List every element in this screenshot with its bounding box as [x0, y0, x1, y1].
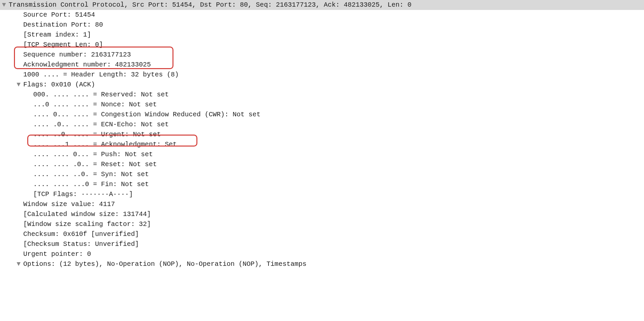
flag-ack[interactable]: .... ...1 .... = Acknowledgment: Set	[0, 140, 644, 150]
field-dest-port[interactable]: Destination Port: 80	[0, 20, 644, 30]
field-checksum[interactable]: Checksum: 0x610f [unverified]	[0, 229, 644, 239]
protocol-tree[interactable]: ▼ Transmission Control Protocol, Src Por…	[0, 0, 644, 269]
expand-icon[interactable]: ▼	[16, 259, 21, 269]
flag-fin[interactable]: .... .... ...0 = Fin: Not set	[0, 179, 644, 189]
flag-reserved[interactable]: 000. .... .... = Reserved: Not set	[0, 90, 644, 100]
tcp-header-text: Transmission Control Protocol, Src Port:…	[9, 0, 411, 10]
flag-nonce[interactable]: ...0 .... .... = Nonce: Not set	[0, 100, 644, 110]
field-flags[interactable]: ▼ Flags: 0x010 (ACK)	[0, 80, 644, 90]
flag-cwr[interactable]: .... 0... .... = Congestion Window Reduc…	[0, 110, 644, 120]
field-urgent-pointer[interactable]: Urgent pointer: 0	[0, 249, 644, 259]
collapse-icon[interactable]: ▼	[1, 0, 7, 10]
field-segment-len[interactable]: [TCP Segment Len: 0]	[0, 40, 644, 50]
field-header-length[interactable]: 1000 .... = Header Length: 32 bytes (8)	[0, 70, 644, 80]
field-scaling-factor[interactable]: [Window size scaling factor: 32]	[0, 219, 644, 229]
flag-push[interactable]: .... .... 0... = Push: Not set	[0, 150, 644, 160]
field-checksum-status[interactable]: [Checksum Status: Unverified]	[0, 239, 644, 249]
field-calc-window[interactable]: [Calculated window size: 131744]	[0, 209, 644, 219]
field-sequence-number[interactable]: Sequence number: 2163177123	[0, 50, 644, 60]
flag-urgent[interactable]: .... ..0. .... = Urgent: Not set	[0, 130, 644, 140]
flag-reset[interactable]: .... .... .0.. = Reset: Not set	[0, 160, 644, 169]
packet-details-pane: ▼ Transmission Control Protocol, Src Por…	[0, 0, 644, 269]
field-ack-number[interactable]: Acknowledgment number: 482133025	[0, 60, 644, 70]
field-window-size[interactable]: Window size value: 4117	[0, 199, 644, 209]
flag-syn[interactable]: .... .... ..0. = Syn: Not set	[0, 169, 644, 179]
flag-ecn[interactable]: .... .0.. .... = ECN-Echo: Not set	[0, 120, 644, 130]
field-source-port[interactable]: Source Port: 51454	[0, 10, 644, 20]
tcp-header-row[interactable]: ▼ Transmission Control Protocol, Src Por…	[0, 0, 644, 10]
flag-summary[interactable]: [TCP Flags: ·······A····]	[0, 189, 644, 199]
collapse-icon[interactable]: ▼	[16, 80, 21, 90]
field-stream-index[interactable]: [Stream index: 1]	[0, 30, 644, 40]
field-options[interactable]: ▼ Options: (12 bytes), No-Operation (NOP…	[0, 259, 644, 269]
